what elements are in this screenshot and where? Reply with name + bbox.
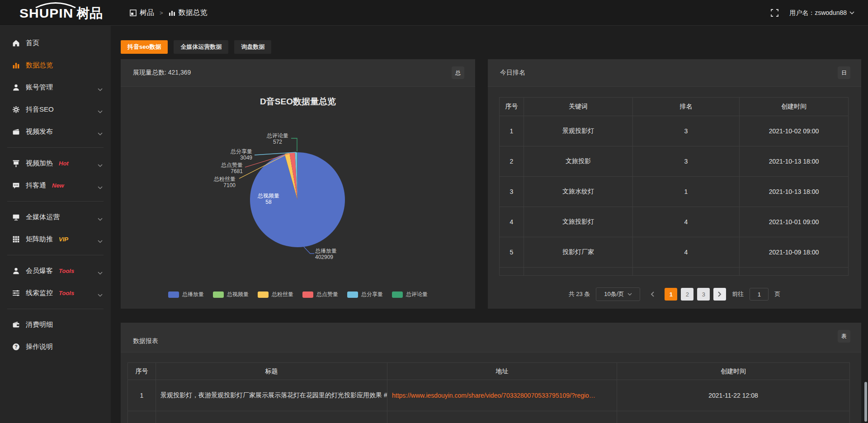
legend-item-6[interactable]: 总评论量 [392, 291, 428, 298]
chevron-down-icon [98, 129, 103, 137]
tab-bar: 抖音seo数据 全媒体运营数据 询盘数据 [121, 40, 271, 54]
sidebar-item-account-management[interactable]: 账号管理 [0, 76, 111, 99]
legend-item-4[interactable]: 总点赞量 [302, 291, 338, 298]
report-table: 序号 标题 地址 创建时间 1 景观投影灯，夜游景观投影灯厂家展示展示落花灯在花… [127, 362, 850, 423]
col-created: 创建时间 [617, 363, 850, 380]
table-row: 1景观投影灯32021-10-02 09:00 [500, 116, 849, 146]
chevron-down-icon [98, 85, 103, 93]
table-toggle-button[interactable]: 表 [838, 330, 850, 343]
breadcrumb-item-home[interactable]: 树品 [140, 8, 154, 18]
legend-item-5[interactable]: 总分享量 [347, 291, 383, 298]
sidebar-divider [7, 309, 104, 309]
tab-inquiry-data[interactable]: 询盘数据 [234, 40, 271, 54]
legend-item-3[interactable]: 总粉丝量 [258, 291, 293, 298]
ranking-table: 序号 关键词 排名 创建时间 1景观投影灯32021-10-02 09:00 2… [499, 97, 849, 276]
monitor-icon [12, 213, 20, 221]
pie-label-4: 总点赞量7681 [189, 162, 243, 174]
video-clapper-icon [12, 128, 20, 136]
chevron-down-icon [98, 268, 103, 277]
total-toggle-button[interactable]: 总 [452, 66, 464, 79]
grid-icon [12, 235, 20, 243]
pie-label-2: 总视频量58 [241, 193, 296, 205]
legend-item-2[interactable]: 总视频量 [213, 291, 249, 298]
user-icon [12, 267, 20, 275]
goto-unit: 页 [774, 290, 780, 298]
table-header-row: 序号 关键词 排名 创建时间 [500, 98, 849, 116]
sidebar-item-matrix-boost[interactable]: 矩阵助推 VIP [0, 228, 111, 250]
sidebar-item-clue-monitor[interactable]: 线索监控 Tools [0, 282, 111, 304]
sidebar-item-media-operation[interactable]: 全媒体运营 [0, 206, 111, 228]
seo-chart-panel: 展现量总数: 421,369 总 D音SEO数据量总览 总播放量总视频量总粉丝量… [121, 59, 475, 309]
bar-chart-icon [12, 61, 20, 69]
projector-screen-icon [12, 160, 20, 167]
day-toggle-button[interactable]: 日 [838, 66, 850, 79]
page-scrollbar[interactable] [864, 382, 867, 422]
vip-badge: VIP [59, 236, 68, 243]
username-label: 用户名：zswodun88 [789, 9, 847, 17]
gear-icon [12, 106, 20, 113]
chevron-down-icon [98, 161, 103, 169]
table-row: 4文旅投影灯42021-10-01 09:00 [500, 207, 849, 237]
user-menu[interactable]: 用户名：zswodun88 [789, 9, 854, 17]
today-ranking-panel: 今日排名 日 序号 关键词 排名 创建时间 1景观投影灯32021-10-02 … [488, 59, 861, 309]
logo-text-en: SHUPIN [19, 6, 73, 20]
new-badge: New [52, 182, 64, 189]
sidebar-item-consumption-detail[interactable]: 消费明细 [0, 314, 111, 336]
hot-badge: Hot [59, 160, 69, 167]
sidebar-item-douyin-seo[interactable]: 抖音SEO [0, 99, 111, 121]
pie-leader-line [304, 247, 314, 254]
sidebar-item-operation-guide[interactable]: ? 操作说明 [0, 336, 111, 358]
legend-item-1[interactable]: 总播放量 [168, 291, 204, 298]
table-row-partial [500, 268, 849, 276]
pagination: 共 23 条 10条/页 1 2 3 前往 页 [488, 287, 861, 301]
pie-chart-area: D音SEO数据量总览 总播放量总视频量总粉丝量总点赞量总分享量总评论量 总播放量… [121, 87, 475, 308]
chevron-down-icon [849, 11, 854, 14]
sidebar-item-data-overview[interactable]: 数据总览 [0, 54, 111, 76]
tab-douyin-seo-data[interactable]: 抖音seo数据 [121, 40, 168, 54]
svg-text:?: ? [14, 344, 17, 349]
sliders-icon [12, 289, 20, 297]
bar-chart-icon [169, 9, 175, 16]
sidebar-item-video-heating[interactable]: 视频加热 Hot [0, 152, 111, 174]
col-index: 序号 [128, 363, 156, 380]
table-row: 3文旅水纹灯12021-10-13 18:00 [500, 177, 849, 207]
chevron-down-icon [98, 183, 103, 191]
pie-label-1: 总播放量402909 [315, 248, 369, 260]
tools-badge: Tools [59, 268, 74, 274]
goto-page-input[interactable] [750, 288, 769, 301]
chart-legend: 总播放量总视频量总粉丝量总点赞量总分享量总评论量 [121, 291, 475, 298]
col-keyword: 关键词 [524, 98, 633, 116]
col-rank: 排名 [633, 98, 740, 116]
prev-page-button[interactable] [646, 288, 659, 301]
tab-media-operation-data[interactable]: 全媒体运营数据 [174, 40, 228, 54]
table-row: 2文旅投影32021-10-13 18:00 [500, 146, 849, 177]
logo: SHUPIN 树品 [19, 4, 103, 24]
table-header-row: 序号 标题 地址 创建时间 [128, 363, 850, 380]
pie-label-3: 总粉丝量7100 [181, 176, 236, 188]
page-button-2[interactable]: 2 [681, 288, 693, 301]
next-page-button[interactable] [713, 288, 726, 301]
page-button-3[interactable]: 3 [697, 288, 710, 301]
sidebar-item-video-publish[interactable]: 视频发布 [0, 121, 111, 143]
fullscreen-icon[interactable] [771, 9, 778, 17]
app-square-icon [130, 9, 137, 16]
sidebar-item-home[interactable]: 首页 [0, 32, 111, 54]
chevron-down-icon [98, 291, 103, 299]
chevron-down-icon [627, 293, 632, 296]
ranking-panel-header: 今日排名 日 [488, 59, 861, 87]
chevron-right-icon [718, 291, 722, 297]
page-button-1[interactable]: 1 [665, 288, 677, 301]
chat-bubble-icon [12, 182, 20, 189]
sidebar-item-member-baoke[interactable]: 会员爆客 Tools [0, 260, 111, 282]
table-row: 5投影灯厂家42021-10-09 18:00 [500, 237, 849, 268]
seo-pie-chart [121, 87, 475, 308]
video-link[interactable]: https://www.iesdouyin.com/share/video/70… [392, 392, 595, 399]
impressions-total-label: 展现量总数: 421,369 [133, 69, 191, 77]
page-size-select[interactable]: 10条/页 [596, 287, 640, 301]
breadcrumb-separator: > [160, 9, 163, 16]
sidebar-item-doukertong[interactable]: 抖客通 New [0, 174, 111, 197]
main-content: 抖音seo数据 全媒体运营数据 询盘数据 展现量总数: 421,369 总 D音… [111, 26, 868, 423]
report-panel-header: 数据报表 表 [121, 323, 861, 352]
tools-badge: Tools [59, 290, 74, 296]
help-circle-icon: ? [12, 343, 20, 351]
